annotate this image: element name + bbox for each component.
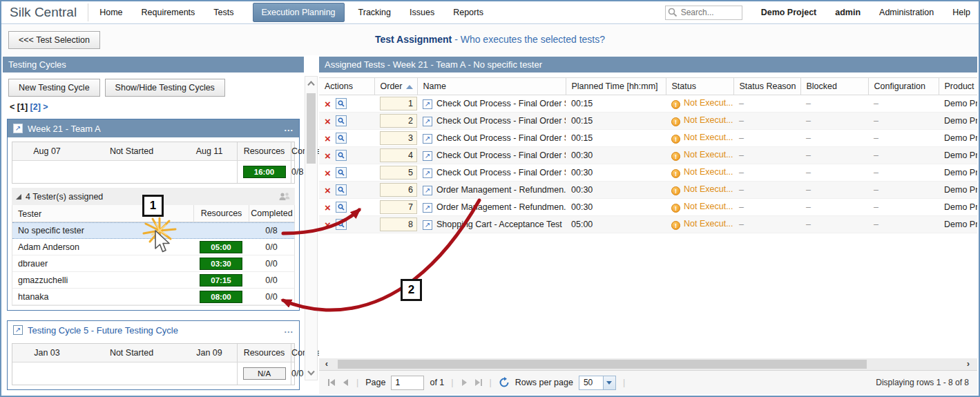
view-details-icon[interactable] [336,133,347,144]
delete-icon[interactable]: × [325,220,331,230]
horizontal-scrollbar[interactable]: ‹ › [319,358,977,370]
order-input[interactable]: 4 [380,148,417,162]
view-details-icon[interactable] [336,115,347,126]
user-menu[interactable]: admin [835,8,861,17]
rows-per-page-select[interactable]: 50 [579,376,616,390]
open-test-icon[interactable]: ↗ [423,220,432,230]
order-input[interactable]: 1 [380,97,417,110]
open-test-icon[interactable]: ↗ [423,151,432,161]
col-status[interactable]: Status [666,78,733,95]
order-input[interactable]: 3 [380,131,417,145]
test-name[interactable]: Check Out Process - Final Order S... [436,116,566,126]
last-page-icon[interactable] [474,378,483,387]
prev-page-icon[interactable] [342,378,349,387]
table-row[interactable]: × 6 ↗Order Management - Refundmen... 00:… [319,182,977,199]
order-input[interactable]: 7 [380,200,417,214]
nav-requirements[interactable]: Requirements [142,8,195,17]
view-details-icon[interactable] [336,184,347,195]
open-cycle-icon[interactable]: ↗ [13,325,23,335]
col-name[interactable]: Name [417,78,566,95]
open-test-icon[interactable]: ↗ [423,99,432,109]
tester-row[interactable]: gmazzuchelli 07:15 0/0 [12,272,294,289]
col-status-reason[interactable]: Status Reason [733,78,800,95]
nav-administration[interactable]: Administration [879,8,934,17]
tester-name[interactable]: htanaka [12,292,193,302]
tester-row[interactable]: dbrauer 03:30 0/0 [12,255,294,272]
table-row[interactable]: × 3 ↗Check Out Process - Final Order S..… [319,130,977,147]
col-configuration[interactable]: Configuration [868,78,939,95]
delete-icon[interactable]: × [325,202,331,213]
test-name[interactable]: Check Out Process - Final Order S... [436,133,566,143]
col-order[interactable]: Order [374,78,417,95]
open-test-icon[interactable]: ↗ [423,186,432,195]
pager-next[interactable]: > [43,102,48,112]
left-panel-scrollbar[interactable] [305,76,318,380]
pager-page-2[interactable]: [2] [30,102,41,112]
scroll-down-icon[interactable] [305,368,317,378]
open-test-icon[interactable]: ↗ [423,134,432,144]
tester-row[interactable]: htanaka 08:00 0/0 [12,289,294,305]
nav-reports[interactable]: Reports [453,8,483,17]
test-name[interactable]: Check Out Process - Final Order S... [436,151,566,160]
scroll-left-icon[interactable]: ‹ [320,358,333,370]
nav-issues[interactable]: Issues [410,8,434,17]
open-test-icon[interactable]: ↗ [423,117,432,126]
delete-icon[interactable]: × [325,116,331,126]
scroll-up-icon[interactable] [305,79,317,88]
delete-icon[interactable]: × [325,168,331,178]
nav-execution-planning[interactable]: Execution Planning [253,3,345,22]
view-details-icon[interactable] [336,219,347,230]
table-row[interactable]: × 5 ↗Check Out Process - Final Order S..… [319,164,977,182]
tester-name[interactable]: gmazzuchelli [12,275,193,285]
open-test-icon[interactable]: ↗ [423,168,432,178]
delete-icon[interactable]: × [325,99,331,109]
collapse-icon[interactable] [16,194,21,200]
scroll-right-icon[interactable]: › [962,358,974,370]
nav-help[interactable]: Help [952,8,970,17]
table-row[interactable]: × 1 ↗Check Out Process - Final Order S..… [319,95,977,113]
col-planned-time[interactable]: Planned Time [hh:mm] [566,78,666,95]
nav-tracking[interactable]: Tracking [358,8,391,17]
dropdown-button[interactable] [603,376,615,389]
show-hide-cycles-button[interactable]: Show/Hide Testing Cycles [105,79,225,97]
pager-page-1[interactable]: [1] [17,102,28,112]
delete-icon[interactable]: × [325,133,331,144]
test-name[interactable]: Order Management - Refundmen... [436,202,566,212]
cycle-menu-button[interactable]: ... [285,325,294,335]
view-details-icon[interactable] [336,202,347,213]
test-name[interactable]: Shopping Cart - Acceptance Test [436,220,562,229]
tester-name[interactable]: dbrauer [12,259,193,269]
cycle-menu-button[interactable]: ... [285,124,294,133]
col-blocked[interactable]: Blocked [800,78,868,95]
scrollbar-thumb[interactable] [307,93,316,164]
table-row[interactable]: × 7 ↗Order Management - Refundmen... 00:… [319,199,977,216]
test-name[interactable]: Order Management - Refundmen... [436,185,566,195]
page-number-input[interactable] [391,376,424,390]
view-details-icon[interactable] [336,167,347,178]
open-cycle-icon[interactable]: ↗ [13,124,23,133]
test-name[interactable]: Check Out Process - Final Order S... [436,99,566,108]
table-row[interactable]: × 4 ↗Check Out Process - Final Order S..… [319,147,977,164]
project-selector[interactable]: Demo Project [761,8,817,17]
col-product[interactable]: Product [939,78,977,95]
order-input[interactable]: 5 [380,166,417,180]
view-details-icon[interactable] [336,150,347,161]
table-row[interactable]: × 2 ↗Check Out Process - Final Order S..… [319,113,977,130]
pager-prev[interactable]: < [10,102,15,112]
order-input[interactable]: 6 [380,183,417,197]
view-details-icon[interactable] [336,98,347,109]
table-row[interactable]: × 8 ↗Shopping Cart - Acceptance Test 05:… [319,216,977,233]
nav-tests[interactable]: Tests [213,8,233,17]
order-input[interactable]: 8 [380,217,417,231]
scrollbar-thumb[interactable] [338,360,867,369]
nav-home[interactable]: Home [99,8,122,17]
new-testing-cycle-button[interactable]: New Testing Cycle [8,79,100,97]
first-page-icon[interactable] [327,378,336,387]
cycle-card-header[interactable]: ↗ Testing Cycle 5 - Future Testing Cycle… [8,321,299,339]
cycle-card-header[interactable]: ↗ Week 21 - Team A ... [8,119,299,137]
delete-icon[interactable]: × [325,185,331,195]
next-page-icon[interactable] [461,378,468,387]
order-input[interactable]: 2 [380,114,417,128]
refresh-icon[interactable] [499,377,510,388]
col-actions[interactable]: Actions [319,78,374,95]
